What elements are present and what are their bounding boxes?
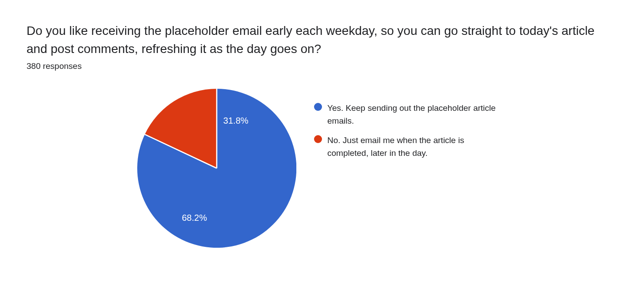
legend-item-yes: Yes. Keep sending out the placeholder ar… [314,102,500,127]
slice-label-no: 31.8% [223,116,249,126]
slice-label-yes: 68.2% [182,212,207,223]
response-count: 380 responses [27,61,617,71]
chart-body: 68.2% 31.8% Yes. Keep sending out the pl… [27,89,617,248]
pie-chart: 68.2% 31.8% [137,89,296,248]
legend-item-no: No. Just email me when the article is co… [314,134,500,159]
legend: Yes. Keep sending out the placeholder ar… [314,89,500,166]
legend-dot-icon [314,135,322,143]
legend-label: Yes. Keep sending out the placeholder ar… [327,102,500,127]
legend-dot-icon [314,103,322,111]
legend-label: No. Just email me when the article is co… [327,134,500,159]
chart-title: Do you like receiving the placeholder em… [27,22,617,58]
pie-svg [137,89,296,248]
